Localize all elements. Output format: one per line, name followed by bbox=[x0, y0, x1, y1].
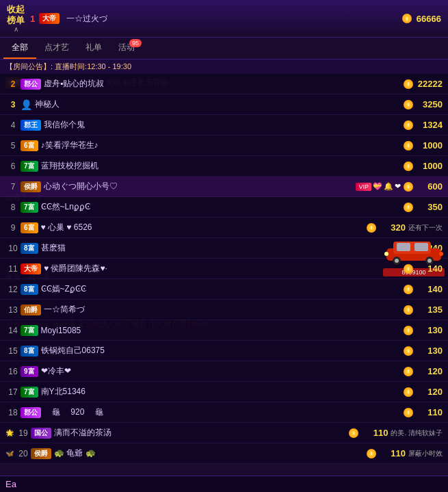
rank-row: 14 7富 Moyi15085 i 130 bbox=[0, 320, 448, 341]
rank-number: 11 bbox=[5, 264, 21, 274]
rank-badge: 7富 bbox=[21, 202, 38, 213]
rank-number: 6 bbox=[5, 161, 21, 171]
rank-score-area: i 3250 bbox=[404, 99, 443, 109]
rank-badge: 7富 bbox=[21, 325, 38, 336]
rank-name: 我信你个鬼 bbox=[44, 119, 404, 131]
rank-name: 蓝翔技校挖掘机 bbox=[41, 160, 404, 172]
rank-number: 3 bbox=[5, 100, 21, 109]
rank-badge: 8富 bbox=[21, 243, 38, 254]
rank-row: 2 郡公 虚舟▪贴心的坑叔 i 22222 bbox=[0, 74, 448, 94]
rank-score-area: i 350 bbox=[404, 202, 443, 212]
rank-score-area: i 120 bbox=[404, 387, 443, 397]
rank-score: 1324 bbox=[415, 120, 443, 130]
rank-row: 🦋 20 侯爵 🐢 龟爺 🐢 i 110 屏蔽小时效 bbox=[0, 443, 448, 464]
rank-number: 2 bbox=[5, 79, 21, 89]
header-title: 收起 bbox=[7, 4, 25, 15]
list-area: 侯爵 侯爵团狐狸 : 整个 标准 充电 贴手机壳背面 还有下一次 背面，她不着 … bbox=[0, 74, 448, 464]
rank-score: 350 bbox=[415, 202, 443, 212]
rank-badge: 郡公 bbox=[21, 79, 41, 90]
rank-number: 9 bbox=[5, 223, 21, 233]
coin-icon: i bbox=[367, 449, 376, 458]
rank-number: 19 bbox=[16, 428, 31, 438]
rank-score: 110 bbox=[360, 428, 388, 438]
rank-suffix: 屏蔽小时效 bbox=[408, 449, 443, 458]
rank-score-area: i 22222 bbox=[404, 79, 443, 89]
coin-icon: i bbox=[404, 182, 413, 192]
header-rank-name: 一☆过火づ bbox=[66, 13, 398, 25]
rank-name: ϾϾ嫣~ZϼϾϾ bbox=[41, 283, 404, 295]
rank-score: 1000 bbox=[415, 140, 443, 151]
rank-score-area: i 135 bbox=[404, 305, 443, 315]
rank-score: 22222 bbox=[415, 79, 443, 89]
rank-badge: 9富 bbox=[21, 366, 38, 377]
coin-icon: i bbox=[404, 305, 413, 315]
rank-badge: 郡王 bbox=[21, 120, 41, 131]
rank-score-area: i 600 bbox=[404, 181, 443, 192]
rank-score-area: i 140 bbox=[404, 284, 443, 294]
tab-talent[interactable]: 点才艺 bbox=[36, 38, 77, 59]
rank-name: 满而不溢的茶汤 bbox=[54, 427, 349, 439]
tab-gift[interactable]: 礼单 bbox=[77, 38, 110, 59]
rank-score: 600 bbox=[415, 181, 443, 192]
rank-score: 110 bbox=[378, 448, 406, 458]
rank-score: 320 bbox=[378, 222, 406, 233]
rank-suffix: 还有下一次 bbox=[408, 223, 443, 233]
rank-score: 3250 bbox=[415, 99, 443, 109]
rank-badge: 侯爵 bbox=[31, 448, 51, 459]
rank-number: 13 bbox=[5, 305, 21, 315]
rank-badge: 大帝 bbox=[21, 263, 41, 274]
rank-score: 140 bbox=[415, 284, 443, 294]
rank-number: 15 bbox=[5, 346, 21, 356]
rank-badge: 国公 bbox=[31, 428, 51, 439]
leaderboard-overlay[interactable]: 2 郡公 虚舟▪贴心的坑叔 i 22222 3 👤 神秘人 i 3250 4 郡… bbox=[0, 74, 448, 464]
rank-row: 8 7富 ϾϾ然~LnϼϼϾ i 350 bbox=[0, 197, 448, 218]
mystery-icon: 👤 bbox=[21, 99, 32, 110]
rank-score: 1000 bbox=[415, 161, 443, 171]
rank-row: 15 8富 铁锅炖自己06375 i 130 bbox=[0, 341, 448, 361]
rank-row: 11 大帝 ♥ 侯爵团陳先森♥· i 140 bbox=[0, 259, 448, 279]
coin-icon: i bbox=[404, 100, 413, 109]
rank-row: 17 7富 南Y北51346 i 120 bbox=[0, 382, 448, 402]
coin-icon: i bbox=[404, 408, 413, 417]
rank-name: ♥ 侯爵团陳先森♥· bbox=[44, 263, 404, 274]
rank-name: 一☆简希づ bbox=[44, 304, 404, 315]
rank-number: 14 bbox=[5, 326, 21, 335]
rank-row: 16 9富 ❤冷丰❤ i 120 bbox=[0, 361, 448, 382]
coin-icon: i bbox=[349, 428, 358, 438]
header-rank-score-area: i 66666 bbox=[402, 14, 441, 24]
rank-row: 🌟 19 国公 满而不溢的茶汤 i 110 的美. 清纯软妹子 bbox=[0, 423, 448, 443]
rank-badge: 6富 bbox=[21, 140, 38, 151]
rank-row: 3 👤 神秘人 i 3250 bbox=[0, 94, 448, 115]
header-badge: 大帝 bbox=[39, 13, 60, 24]
svg-point-8 bbox=[384, 252, 388, 256]
rank-row: 9 6富 ♥ 心巢 ♥ 6526 i 320 还有下一次 bbox=[0, 218, 448, 238]
coin-icon: i bbox=[402, 14, 412, 23]
tab-activity[interactable]: 活动 95 bbox=[110, 38, 143, 59]
activity-badge: 95 bbox=[129, 39, 142, 47]
collapse-arrow[interactable]: ∧ bbox=[14, 25, 18, 33]
rank-score: 120 bbox=[415, 366, 443, 376]
svg-point-9 bbox=[439, 252, 443, 256]
rank-row: 5 6富 ♪笑看浮华苍生♪ i 1000 bbox=[0, 135, 448, 156]
rank-name: 铁锅炖自己06375 bbox=[41, 345, 404, 357]
rank-score-area: i 320 bbox=[367, 222, 406, 233]
rank-name: 虚舟▪贴心的坑叔 bbox=[44, 78, 404, 90]
tab-all[interactable]: 全部 bbox=[3, 38, 36, 59]
rank-number: 10 bbox=[5, 244, 21, 253]
rank-number: 20 bbox=[16, 449, 31, 458]
rank-row: 4 郡王 我信你个鬼 i 1324 bbox=[0, 115, 448, 135]
coin-icon: i bbox=[404, 264, 413, 274]
notice-bar: 【房间公告】: 直播时间:12:30 - 19:30 bbox=[0, 60, 448, 74]
rank-score-area: i 130 bbox=[404, 325, 443, 335]
rank-number: 5 bbox=[5, 141, 21, 151]
decorations: 💝 🔔 ❤ bbox=[373, 182, 401, 191]
rank-name: 甚麽猫 bbox=[41, 242, 404, 254]
rank-name: 心动ぐつ開心小号♡ bbox=[44, 181, 356, 192]
coin-icon: i bbox=[404, 346, 413, 356]
coin-icon: i bbox=[404, 203, 413, 212]
rank-score: 130 bbox=[415, 325, 443, 335]
rank-score-area: i 110 bbox=[349, 428, 388, 438]
rank-score-area: i 110 bbox=[404, 407, 443, 417]
rank-number: 16 bbox=[5, 367, 21, 376]
rank-name: ♥ 心巢 ♥ 6526 bbox=[41, 222, 367, 233]
